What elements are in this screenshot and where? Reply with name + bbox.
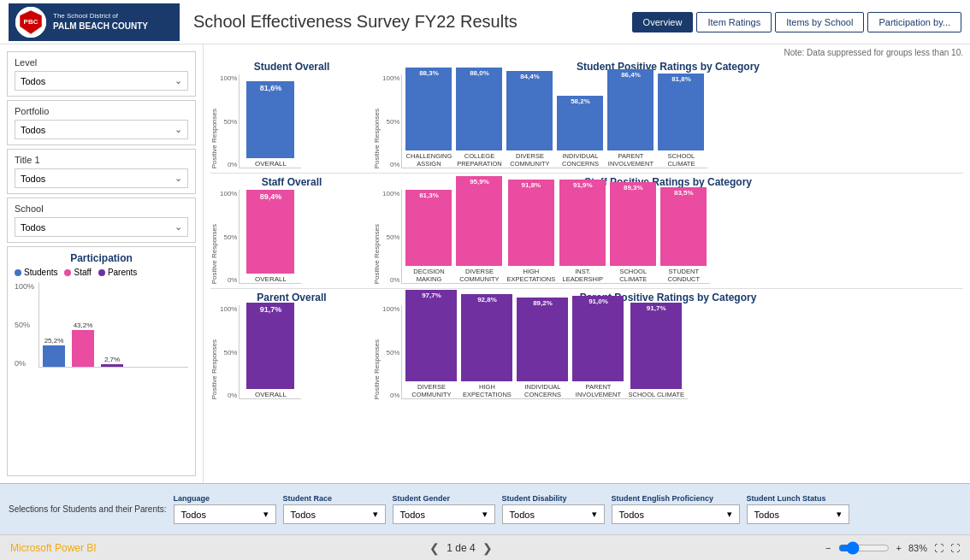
logo-icon: PBC <box>18 9 44 35</box>
part-bar-staff-fill <box>72 330 94 367</box>
filter-level-select[interactable]: Todos ⌄ <box>15 71 188 91</box>
filter-school-label: School <box>15 203 188 214</box>
filter-level: Level Todos ⌄ <box>7 51 196 97</box>
parent-overall-title: Parent Overall <box>210 292 373 304</box>
next-page-button[interactable]: ❯ <box>482 541 493 555</box>
student-english-filter-select[interactable]: Todos ▾ <box>612 504 740 524</box>
footer: Microsoft Power BI ❮ 1 de 4 ❯ − + 83% ⛶ … <box>0 534 970 560</box>
staff-overall-pct: 89,4% <box>260 190 282 201</box>
student-race-filter-select[interactable]: Todos ▾ <box>283 504 386 524</box>
nav-btn-item-ratings[interactable]: Item Ratings <box>696 12 772 32</box>
student-overall-bar-col: 81,6% OVERALL <box>246 81 294 168</box>
parent-overall-pct: 91,7% <box>260 303 282 314</box>
filter-portfolio-select[interactable]: Todos ⌄ <box>15 120 188 139</box>
prev-page-button[interactable]: ❮ <box>429 541 440 555</box>
filter-portfolio: Portfolio Todos ⌄ <box>7 100 196 145</box>
legend-label-students: Students <box>24 268 57 277</box>
staff-cat-bar-2: 91,8% HIGHEXPECTATIONS <box>506 180 555 283</box>
header: PBC The School District of PALM BEACH CO… <box>0 0 970 44</box>
student-english-filter-wrap: Student English Proficiency Todos ▾ <box>612 494 740 524</box>
student-disability-filter-select[interactable]: Todos ▾ <box>502 504 605 524</box>
student-overall-pct: 81,6% <box>260 81 282 92</box>
parent-cat-y-ticks: 100% 50% 0% <box>382 305 401 399</box>
parent-overall-y-label: Positive Responses <box>210 339 218 399</box>
nav-btn-participation[interactable]: Participation by... <box>867 12 961 32</box>
language-filter-label: Language <box>174 494 276 503</box>
fit-page-button[interactable]: ⛶ <box>934 543 943 553</box>
zoom-slider[interactable] <box>838 541 890 555</box>
participation-legend: Students Staff Parents <box>15 268 188 277</box>
legend-students: Students <box>15 268 57 277</box>
student-cat-chart: Positive Responses 100% 50% 0% 88,3% <box>373 74 963 168</box>
cat-bar-2: 84,4% DIVERSECOMMUNITY <box>506 71 553 168</box>
student-overall-bar-area: 81,6% OVERALL <box>239 74 301 168</box>
parent-row: Parent Overall Positive Responses 100% 5… <box>210 292 963 399</box>
note: Note: Data suppressed for groups less th… <box>210 48 963 57</box>
zoom-plus-button[interactable]: + <box>896 543 902 553</box>
participation-chart: 100% 50% 0% 25,2% 43,2% <box>15 282 188 368</box>
staff-cat-bar-5: 83,5% STUDENTCONDUCT <box>660 187 707 283</box>
content-area: Level Todos ⌄ Portfolio Todos ⌄ Title 1 … <box>0 44 970 483</box>
dashboard: Note: Data suppressed for groups less th… <box>204 44 970 483</box>
student-lunch-filter-wrap: Student Lunch Status Todos ▾ <box>747 494 849 524</box>
legend-label-parents: Parents <box>108 268 137 277</box>
parent-cat-chart: Positive Responses 100% 50% 0% 97,7% <box>373 305 963 399</box>
fullscreen-button[interactable]: ⛶ <box>950 543 960 553</box>
parent-overall-wrap: Parent Overall Positive Responses 100% 5… <box>210 292 373 399</box>
parent-cat-bar-2: 89,2% INDIVIDUALCONCERNS <box>517 298 568 398</box>
staff-cat-bar-1: 95,9% DIVERSECOMMUNITY <box>456 176 502 283</box>
staff-cat-chart: Positive Responses 100% 50% 0% 81,3% <box>373 190 963 284</box>
chevron-down-icon: ▾ <box>482 509 488 520</box>
staff-overall-x-label: OVERALL <box>255 275 287 283</box>
staff-cat-bar-0: 81,3% DECISIONMAKING <box>405 190 452 283</box>
chevron-down-icon: ▾ <box>373 509 378 520</box>
filter-title1-select[interactable]: Todos ⌄ <box>15 168 188 188</box>
part-bar-students-fill <box>43 345 65 367</box>
student-english-filter-label: Student English Proficiency <box>612 494 740 503</box>
powerbi-link[interactable]: Microsoft Power BI <box>10 542 97 554</box>
parent-cat-bar-1: 92,8% HIGHEXPECTATIONS <box>461 294 512 398</box>
nav-btn-overview[interactable]: Overview <box>632 12 694 32</box>
zoom-level: 83% <box>908 543 927 553</box>
parent-overall-x-label: OVERALL <box>255 391 287 398</box>
student-category-wrap: Student Positive Ratings by Category Pos… <box>373 61 963 168</box>
student-overall-y-label: Positive Responses <box>210 109 218 168</box>
chevron-down-icon: ⌄ <box>174 173 182 184</box>
part-bar-students: 25,2% <box>43 337 65 367</box>
zoom-minus-button[interactable]: − <box>825 543 831 553</box>
staff-cat-y-label: Positive Responses <box>373 224 381 284</box>
legend-dot-staff <box>64 269 71 276</box>
legend-staff: Staff <box>64 268 91 277</box>
student-row: Student Overall Positive Responses 100% … <box>210 61 963 168</box>
student-cat-bars: 88,3% CHALLENGINGASSIGN 88,0% COLLEGEPRE… <box>401 74 707 168</box>
student-disability-filter-wrap: Student Disability Todos ▾ <box>502 494 605 524</box>
part-bar-staff: 43,2% <box>72 321 94 367</box>
parent-cat-bar-0: 97,7% DIVERSECOMMUNITY <box>405 290 457 398</box>
staff-overall-chart: Positive Responses 100% 50% 0% 89,4% <box>210 190 373 284</box>
sidebar: Level Todos ⌄ Portfolio Todos ⌄ Title 1 … <box>0 44 204 483</box>
part-y-labels: 100% 50% 0% <box>15 282 34 368</box>
staff-overall-y-ticks: 100% 50% 0% <box>220 190 239 284</box>
cat-bar-5: 81,8% SCHOOLCLIMATE <box>658 74 704 168</box>
filter-title1-label: Title 1 <box>15 155 188 165</box>
student-gender-filter-wrap: Student Gender Todos ▾ <box>393 494 495 524</box>
student-overall-x-label: OVERALL <box>255 160 287 168</box>
staff-overall-y-label: Positive Responses <box>210 224 218 284</box>
filter-school-select[interactable]: Todos ⌄ <box>15 217 188 237</box>
main-container: PBC The School District of PALM BEACH CO… <box>0 0 970 560</box>
staff-overall-title: Staff Overall <box>210 176 373 188</box>
student-overall-title: Student Overall <box>210 61 373 73</box>
bottom-bar: Selections for Students and their Parent… <box>0 483 970 534</box>
student-lunch-filter-select[interactable]: Todos ▾ <box>747 504 849 524</box>
chevron-down-icon: ▾ <box>727 509 732 520</box>
staff-cat-y-ticks: 100% 50% 0% <box>382 190 401 284</box>
staff-overall-wrap: Staff Overall Positive Responses 100% 50… <box>210 176 373 284</box>
student-race-filter-label: Student Race <box>283 494 386 503</box>
student-gender-filter-select[interactable]: Todos ▾ <box>393 504 495 524</box>
student-cat-y-label: Positive Responses <box>373 109 381 168</box>
chevron-down-icon: ▾ <box>263 509 269 520</box>
language-filter-select[interactable]: Todos ▾ <box>174 504 276 524</box>
logo-text: The School District of PALM BEACH COUNTY <box>53 12 148 32</box>
nav-btn-items-by-school[interactable]: Items by School <box>775 12 864 32</box>
student-race-filter-wrap: Student Race Todos ▾ <box>283 494 386 524</box>
